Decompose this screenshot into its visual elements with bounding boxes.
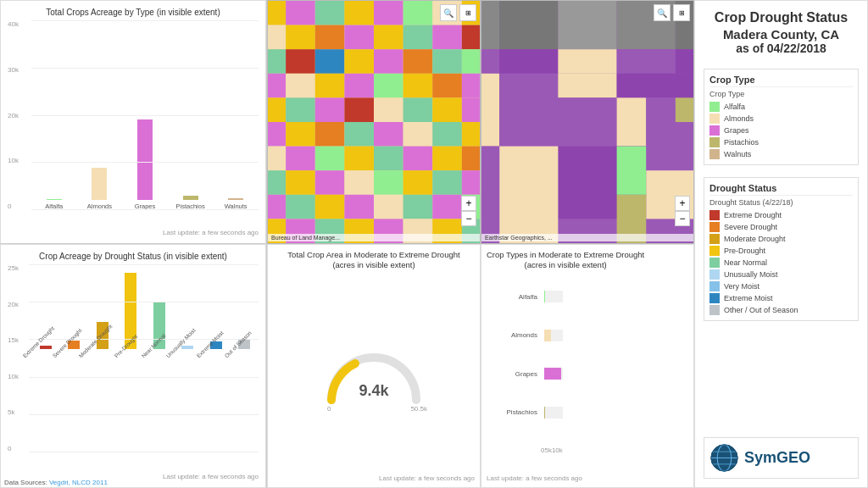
svg-rect-46 xyxy=(374,97,403,122)
svg-rect-49 xyxy=(462,97,480,122)
legend-out-of-season: Other / Out of Season xyxy=(709,305,853,315)
svg-rect-116 xyxy=(558,74,616,98)
svg-rect-12 xyxy=(268,25,286,50)
gauge-value-text: 9.4k xyxy=(359,382,389,399)
svg-rect-82 xyxy=(268,195,286,219)
svg-rect-104 xyxy=(558,1,616,49)
svg-rect-56 xyxy=(374,122,403,147)
hbar-alfalfa: Alfalfa xyxy=(495,291,563,302)
map-right[interactable]: 🔍 ⊞ + − Earthstar Geographics, ... xyxy=(481,0,694,244)
y-label-30k: 30k xyxy=(8,66,29,74)
svg-rect-63 xyxy=(286,147,315,171)
svg-rect-62 xyxy=(268,147,286,171)
map-right-search[interactable]: 🔍 xyxy=(654,4,670,21)
svg-rect-26 xyxy=(374,49,403,74)
svg-rect-7 xyxy=(403,1,433,25)
svg-rect-67 xyxy=(403,147,433,171)
svg-rect-68 xyxy=(432,147,462,171)
svg-rect-58 xyxy=(432,122,462,147)
legend-title-line2: Madera County, CA xyxy=(704,27,859,42)
legend-very-moist: Very Moist xyxy=(709,281,853,291)
svg-rect-54 xyxy=(315,122,345,147)
svg-rect-73 xyxy=(286,170,315,195)
svg-rect-111 xyxy=(676,49,693,74)
bar-pistachios: Pistachios xyxy=(168,196,214,210)
legend-severe-drought: Severe Drought xyxy=(709,222,853,232)
map-left-zoom-out[interactable]: − xyxy=(461,211,476,226)
svg-rect-43 xyxy=(286,97,315,122)
svg-rect-129 xyxy=(481,147,499,243)
legend-moderate-drought: Moderate Drought xyxy=(709,234,853,244)
map-left-search[interactable]: 🔍 xyxy=(440,4,457,21)
svg-rect-34 xyxy=(315,74,345,98)
svg-rect-6 xyxy=(374,1,403,25)
svg-rect-72 xyxy=(268,170,286,195)
svg-rect-53 xyxy=(286,122,315,147)
svg-rect-17 xyxy=(403,25,433,50)
legend-pre-drought: Pre-Drought xyxy=(709,246,853,256)
svg-rect-44 xyxy=(315,97,345,122)
svg-rect-108 xyxy=(499,49,558,74)
legend-extreme-moist: Extreme Moist xyxy=(709,293,853,303)
crop-type-sublabel: Crop Type xyxy=(709,90,853,98)
map-left-attribution: Bureau of Land Manage... xyxy=(268,234,480,241)
map-right-zoom-out[interactable]: − xyxy=(675,211,690,226)
svg-rect-117 xyxy=(617,74,693,98)
bar-alfalfa: Alfalfa xyxy=(31,199,77,210)
svg-rect-32 xyxy=(268,74,286,98)
hbar-footer: Last update: a few seconds ago xyxy=(487,474,582,482)
hbar-grapes: Grapes xyxy=(495,368,563,380)
svg-rect-121 xyxy=(646,97,676,170)
svg-rect-126 xyxy=(499,147,558,243)
map-left-qr[interactable]: ⊞ xyxy=(459,4,476,21)
svg-rect-35 xyxy=(344,74,374,98)
svg-rect-84 xyxy=(315,195,345,219)
svg-rect-29 xyxy=(462,49,480,74)
map-left-controls: 🔍 ⊞ xyxy=(440,4,476,21)
map-left-zoom-in[interactable]: + xyxy=(461,196,476,211)
svg-rect-47 xyxy=(403,97,433,122)
svg-rect-115 xyxy=(499,74,558,147)
gauge-panel: Total Crop Area in Moderate to Extreme D… xyxy=(267,244,481,488)
data-sources: Data Sources: Vegdri, NLCD 2011 xyxy=(4,479,108,486)
map-left[interactable]: 🔍 ⊞ + − Bureau of Land Manage... xyxy=(267,0,481,244)
svg-rect-103 xyxy=(499,1,558,49)
bar-grapes: Grapes xyxy=(122,119,168,210)
map-right-zoom: + − xyxy=(675,196,690,226)
hbar-almonds: Almonds xyxy=(495,330,563,341)
dbar-outseason: Out of Season xyxy=(236,339,252,358)
svg-rect-48 xyxy=(432,97,462,122)
svg-rect-18 xyxy=(432,25,462,50)
gauge-footer: Last update: a few seconds ago xyxy=(273,474,475,482)
symgeo-globe-icon xyxy=(709,443,739,473)
svg-rect-130 xyxy=(617,147,647,195)
crop-acreage-area: 40k 30k 20k 10k 0 xyxy=(8,20,259,225)
map-right-qr[interactable]: ⊞ xyxy=(673,4,690,21)
map-right-zoom-in[interactable]: + xyxy=(675,196,690,211)
svg-rect-13 xyxy=(286,25,315,50)
dbar-near: Near Normal xyxy=(152,302,167,358)
svg-rect-23 xyxy=(286,49,315,74)
crop-acreage-title: Total Crops Acreage by Type (in visible … xyxy=(8,8,259,17)
svg-rect-119 xyxy=(558,97,616,146)
svg-rect-85 xyxy=(344,195,374,219)
svg-rect-59 xyxy=(462,122,480,147)
legend-walnuts: Walnuts xyxy=(709,149,853,159)
dy-15k: 15k xyxy=(8,336,29,344)
svg-rect-28 xyxy=(432,49,462,74)
legend-title-line3: as of 04/22/2018 xyxy=(704,42,859,55)
dbar-exmoist: Extreme Moist xyxy=(209,341,224,358)
dbar-pre: Pre-Drought xyxy=(123,273,138,358)
drought-legend-items: Extreme Drought Severe Drought Moderate … xyxy=(709,210,853,315)
legend-near-normal: Near Normal xyxy=(709,258,853,268)
dy-25k: 25k xyxy=(8,264,29,272)
svg-rect-3 xyxy=(286,1,315,25)
bar-almonds: Almonds xyxy=(77,168,123,210)
dy-20k: 20k xyxy=(8,301,29,308)
svg-rect-76 xyxy=(374,170,403,195)
crop-legend-items: Alfalfa Almonds Grapes Pistachios Walnut… xyxy=(709,102,853,159)
dy-10k: 10k xyxy=(8,373,29,380)
svg-rect-24 xyxy=(315,49,345,74)
svg-rect-78 xyxy=(432,170,462,195)
legend-almonds: Almonds xyxy=(709,114,853,124)
